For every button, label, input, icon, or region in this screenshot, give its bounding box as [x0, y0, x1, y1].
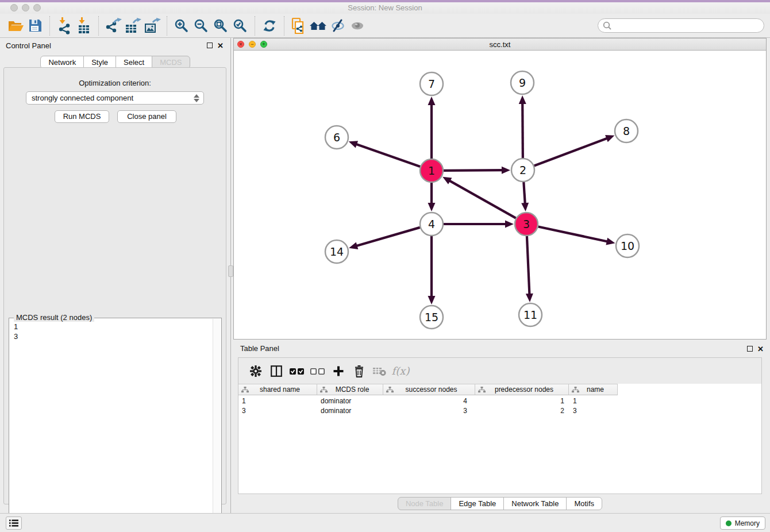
column-header-predecessor-nodes[interactable]: predecessor nodes: [475, 384, 569, 395]
run-mcds-button[interactable]: Run MCDS: [55, 110, 109, 123]
toolbar-separator: [98, 16, 99, 36]
toolbar-separator: [284, 16, 284, 36]
split-view-icon[interactable]: [266, 361, 287, 381]
graph-edge-arrowhead: [428, 97, 436, 105]
status-bar: Memory: [0, 513, 770, 532]
column-header-name[interactable]: name: [569, 384, 618, 395]
graph-edge-2-3[interactable]: [523, 182, 525, 205]
graph-node-14[interactable]: 14: [325, 240, 348, 263]
graph-node-10[interactable]: 10: [616, 234, 639, 257]
export-network-icon[interactable]: [103, 16, 123, 36]
graph-node-2[interactable]: 2: [511, 159, 534, 182]
graph-node-6[interactable]: 6: [325, 126, 348, 149]
search-input[interactable]: [614, 20, 764, 32]
graph-edge-arrowhead: [349, 141, 358, 148]
result-scrollbar[interactable]: [213, 319, 221, 528]
cell-shared-name[interactable]: 1: [238, 396, 317, 406]
graph-edge-4-14[interactable]: [355, 228, 420, 246]
table-panel: Table Panel ✕: [233, 342, 767, 513]
optimization-criterion-dropdown[interactable]: strongly connected component: [26, 91, 204, 105]
graph-node-3[interactable]: 3: [515, 213, 538, 236]
graph-node-15[interactable]: 15: [420, 306, 443, 329]
svg-text:9: 9: [519, 76, 526, 89]
clone-network-icon[interactable]: [289, 16, 309, 36]
float-panel-icon[interactable]: [207, 43, 213, 48]
network-window-title: scc.txt: [234, 38, 766, 51]
cell-MCDS-role[interactable]: dominator: [317, 396, 383, 406]
cell-successor-nodes[interactable]: 4: [383, 396, 475, 406]
graph-edge-arrowhead: [521, 203, 529, 211]
graph-node-7[interactable]: 7: [420, 72, 443, 95]
delete-column-icon[interactable]: [349, 361, 369, 381]
graph-edge-arrowhead: [502, 167, 510, 174]
zoom-out-icon[interactable]: [191, 16, 211, 36]
create-column-icon[interactable]: [328, 361, 349, 381]
refresh-layout-icon[interactable]: [260, 16, 279, 36]
graph-edge-3-1[interactable]: [448, 180, 516, 218]
select-all-columns-icon[interactable]: [287, 361, 307, 381]
cell-successor-nodes[interactable]: 3: [383, 406, 475, 416]
import-network-icon[interactable]: [55, 16, 74, 36]
memory-button[interactable]: Memory: [720, 516, 765, 530]
cell-predecessor-nodes[interactable]: 2: [475, 406, 569, 416]
graph-edge-2-8[interactable]: [534, 138, 609, 166]
save-session-icon[interactable]: [25, 16, 45, 36]
column-header-successor-nodes[interactable]: successor nodes: [383, 384, 475, 395]
table-tab-node-table[interactable]: Node Table: [398, 497, 452, 510]
table-tab-motifs[interactable]: Motifs: [566, 497, 602, 510]
graph-node-11[interactable]: 11: [519, 303, 542, 326]
close-panel-button[interactable]: Close panel: [117, 110, 176, 123]
control-panel-header: Control Panel ✕: [0, 38, 230, 54]
deselect-all-columns-icon[interactable]: [307, 361, 328, 381]
toolbar-separator: [255, 16, 255, 36]
network-window-titlebar[interactable]: × − + scc.txt: [234, 38, 766, 51]
main-toolbar: [0, 14, 770, 38]
cell-name[interactable]: 3: [569, 406, 618, 416]
zoom-in-icon[interactable]: [172, 16, 191, 36]
table-tab-edge-table[interactable]: Edge Table: [451, 497, 504, 510]
table-row[interactable]: 1dominator411: [238, 396, 618, 406]
cell-predecessor-nodes[interactable]: 1: [475, 396, 569, 406]
network-canvas[interactable]: 1234678910111415: [234, 51, 766, 339]
graph-node-1[interactable]: 1: [420, 159, 443, 182]
close-table-panel-icon[interactable]: ✕: [757, 346, 764, 353]
zoom-selected-icon[interactable]: [230, 16, 250, 36]
cell-name[interactable]: 1: [569, 396, 618, 406]
graph-edge-1-2[interactable]: [444, 170, 504, 171]
close-panel-icon[interactable]: ✕: [217, 43, 224, 49]
export-table-icon[interactable]: [123, 16, 143, 36]
import-table-icon[interactable]: [74, 16, 94, 36]
open-session-icon[interactable]: [6, 16, 25, 36]
column-header-MCDS-role[interactable]: MCDS role: [317, 384, 383, 395]
export-image-icon[interactable]: [143, 16, 162, 36]
search-icon: [603, 21, 612, 30]
table-settings-icon[interactable]: [245, 361, 266, 381]
graph-edge-3-10[interactable]: [538, 226, 609, 242]
float-table-panel-icon[interactable]: [747, 346, 753, 352]
table-row[interactable]: 3dominator323: [238, 406, 618, 416]
table-tab-network-table[interactable]: Network Table: [503, 497, 567, 510]
table-toolbar: f(x): [238, 358, 761, 384]
node-table: shared nameMCDS rolesuccessor nodesprede…: [238, 384, 761, 494]
graph-edge-arrowhead: [428, 296, 436, 304]
zoom-fit-icon[interactable]: [211, 16, 230, 36]
cell-shared-name[interactable]: 3: [238, 406, 317, 416]
home-icon[interactable]: [309, 16, 328, 36]
window-title: Session: New Session: [0, 2, 770, 14]
cell-MCDS-role[interactable]: dominator: [317, 406, 383, 416]
hide-graphics-details-icon[interactable]: [328, 16, 348, 36]
graph-edge-2-9[interactable]: [522, 102, 523, 158]
graph-edge-arrowhead: [349, 242, 358, 249]
svg-text:7: 7: [428, 78, 435, 90]
application-window: Session: New Session: [0, 0, 770, 532]
graph-node-9[interactable]: 9: [511, 71, 534, 94]
delete-table-icon: [369, 361, 390, 381]
graph-node-8[interactable]: 8: [615, 119, 638, 142]
graph-edge-3-11[interactable]: [527, 236, 530, 296]
graph-node-4[interactable]: 4: [420, 213, 443, 236]
graph-edge-1-6[interactable]: [355, 144, 420, 167]
search-field[interactable]: [598, 18, 764, 33]
column-header-shared-name[interactable]: shared name: [238, 384, 317, 395]
task-history-button[interactable]: [6, 516, 22, 530]
panel-divider-grip[interactable]: [228, 265, 233, 277]
